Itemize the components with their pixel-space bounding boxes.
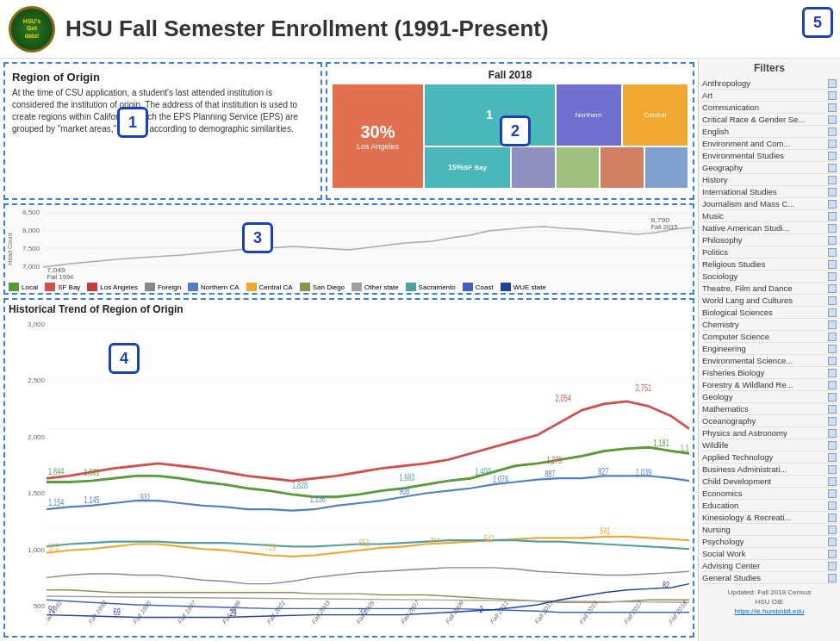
filter-checkbox-politics[interactable] xyxy=(828,248,837,257)
filter-checkbox-env-science[interactable] xyxy=(828,357,837,365)
filter-anthropology[interactable]: Anthropology xyxy=(702,78,837,90)
filter-checkbox-communication[interactable] xyxy=(828,103,837,112)
filter-history[interactable]: History xyxy=(702,174,837,186)
filter-checkbox-geology[interactable] xyxy=(828,393,837,401)
filter-world-lang[interactable]: World Lang and Cultures xyxy=(702,295,837,307)
filter-checkbox-wildlife[interactable] xyxy=(828,441,837,450)
legend-sacramento: Sacramento xyxy=(406,283,456,291)
filter-economics[interactable]: Economics xyxy=(702,488,837,500)
filter-checkbox-geography[interactable] xyxy=(828,164,837,172)
bottom-chart-svg: 1,844 1,561 1,828 1,683 1,400 2,054 2,75… xyxy=(47,317,689,627)
filter-checkbox-critical-race[interactable] xyxy=(828,115,837,124)
filter-art[interactable]: Art xyxy=(702,90,837,102)
footer-link[interactable]: https://ie.humboldt.edu xyxy=(735,607,805,615)
filter-checkbox-economics[interactable] xyxy=(828,489,837,498)
filter-checkbox-physics-astronomy[interactable] xyxy=(828,429,837,438)
filter-business[interactable]: Business Administrati... xyxy=(702,464,837,476)
svg-text:1,828: 1,828 xyxy=(292,481,308,490)
filter-environmental-studies[interactable]: Environmental Studies xyxy=(702,150,837,162)
filter-env-science[interactable]: Environmental Science... xyxy=(702,355,837,367)
filter-checkbox-religious-studies[interactable] xyxy=(828,260,837,269)
filter-checkbox-music[interactable] xyxy=(828,212,837,221)
filter-sociology[interactable]: Sociology xyxy=(702,271,837,283)
filter-biological[interactable]: Biological Sciences xyxy=(702,307,837,319)
filter-label-oceanography: Oceanography xyxy=(702,416,825,426)
filter-native-american[interactable]: Native American Studi... xyxy=(702,222,837,234)
filter-checkbox-fisheries[interactable] xyxy=(828,369,837,377)
filter-checkbox-environmental-studies[interactable] xyxy=(828,152,837,160)
filter-checkbox-applied-technology[interactable] xyxy=(828,453,837,462)
filter-communication[interactable]: Communication xyxy=(702,102,837,114)
filter-oceanography[interactable]: Oceanography xyxy=(702,415,837,427)
filter-checkbox-international-studies[interactable] xyxy=(828,188,837,196)
filter-checkbox-social-work[interactable] xyxy=(828,550,837,558)
filter-checkbox-business[interactable] xyxy=(828,465,837,474)
filter-geology[interactable]: Geology xyxy=(702,391,837,403)
filter-checkbox-philosophy[interactable] xyxy=(828,236,837,245)
filter-checkbox-psychology[interactable] xyxy=(828,538,837,546)
filter-fisheries[interactable]: Fisheries Biology xyxy=(702,367,837,379)
filter-checkbox-english[interactable] xyxy=(828,128,837,136)
region-origin-text: At the time of CSU application, a studen… xyxy=(12,87,314,135)
filter-journalism[interactable]: Journalism and Mass C... xyxy=(702,198,837,210)
filter-social-work[interactable]: Social Work xyxy=(702,548,837,560)
filter-kinesiology[interactable]: Kinesiology & Recreati... xyxy=(702,512,837,524)
filter-checkbox-education[interactable] xyxy=(828,501,837,510)
y-label-8500: 8,500 xyxy=(22,208,40,216)
filter-international-studies[interactable]: International Studies xyxy=(702,186,837,198)
filter-advising[interactable]: Advising Center xyxy=(702,560,837,572)
filter-nursing[interactable]: Nursing xyxy=(702,524,837,536)
filter-checkbox-biological[interactable] xyxy=(828,308,837,317)
filter-applied-technology[interactable]: Applied Technology xyxy=(702,451,837,464)
filter-checkbox-anthropology[interactable] xyxy=(828,79,837,88)
svg-text:Fall 1994: Fall 1994 xyxy=(47,273,73,281)
filter-geography[interactable]: Geography xyxy=(702,162,837,174)
filter-psychology[interactable]: Psychology xyxy=(702,536,837,548)
filter-checkbox-history[interactable] xyxy=(828,176,837,184)
filter-checkbox-journalism[interactable] xyxy=(828,200,837,208)
filter-checkbox-nursing[interactable] xyxy=(828,526,837,534)
filter-checkbox-theatre[interactable] xyxy=(828,284,837,293)
filter-checkbox-sociology[interactable] xyxy=(828,272,837,281)
filter-checkbox-world-lang[interactable] xyxy=(828,296,837,305)
filter-philosophy[interactable]: Philosophy xyxy=(702,234,837,246)
filter-education[interactable]: Education xyxy=(702,500,837,512)
filter-english[interactable]: English xyxy=(702,126,837,138)
filter-checkbox-forestry[interactable] xyxy=(828,381,837,389)
filter-music[interactable]: Music xyxy=(702,210,837,222)
filter-child-dev[interactable]: Child Development xyxy=(702,476,837,488)
svg-text:1,844: 1,844 xyxy=(48,467,64,476)
filter-theatre[interactable]: Theatre, Film and Dance xyxy=(702,283,837,295)
filter-religious-studies[interactable]: Religious Studies xyxy=(702,258,837,271)
filter-environment-com[interactable]: Environment and Com... xyxy=(702,138,837,150)
filter-mathematics[interactable]: Mathematics xyxy=(702,403,837,415)
filter-engineering[interactable]: Engineering xyxy=(702,343,837,355)
svg-text:1,152: 1,152 xyxy=(681,443,689,452)
filter-checkbox-engineering[interactable] xyxy=(828,345,837,353)
filter-politics[interactable]: Politics xyxy=(702,246,837,258)
filter-checkbox-advising[interactable] xyxy=(828,562,837,570)
filter-critical-race[interactable]: Critical Race & Gender Se... xyxy=(702,114,837,126)
filter-checkbox-kinesiology[interactable] xyxy=(828,513,837,522)
filter-general-studies[interactable]: General Studies xyxy=(702,572,837,584)
filter-checkbox-child-dev[interactable] xyxy=(828,477,837,486)
filter-wildlife[interactable]: Wildlife xyxy=(702,439,837,451)
filter-checkbox-general-studies[interactable] xyxy=(828,574,837,582)
filter-forestry[interactable]: Forestry & Wildland Re... xyxy=(702,379,837,391)
top-row: Region of Origin At the time of CSU appl… xyxy=(3,62,694,200)
filter-computer-science[interactable]: Computer Science xyxy=(702,331,837,343)
filter-checkbox-art[interactable] xyxy=(828,91,837,100)
filter-checkbox-computer-science[interactable] xyxy=(828,333,837,341)
page-title: HSU Fall Semester Enrollment (1991-Prese… xyxy=(65,16,549,42)
filter-chemistry[interactable]: Chemistry xyxy=(702,319,837,331)
filter-checkbox-oceanography[interactable] xyxy=(828,417,837,426)
filter-checkbox-environment-com[interactable] xyxy=(828,140,837,148)
svg-text:82: 82 xyxy=(663,581,669,590)
trend-top-yaxis: 8,500 8,000 7,500 7,000 Head Count xyxy=(5,205,43,281)
treemap-sfbay: 15% SF Bay xyxy=(425,147,510,188)
filter-checkbox-native-american[interactable] xyxy=(828,224,837,233)
filter-checkbox-chemistry[interactable] xyxy=(828,320,837,329)
filter-checkbox-mathematics[interactable] xyxy=(828,405,837,414)
filter-label-environmental-studies: Environmental Studies xyxy=(702,151,825,160)
filter-physics-astronomy[interactable]: Physics and Astronomy xyxy=(702,427,837,439)
